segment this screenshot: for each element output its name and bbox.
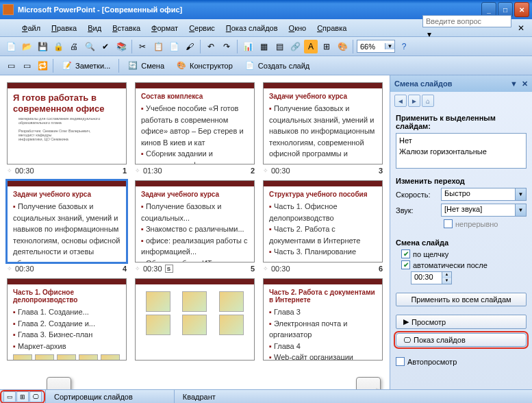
slide-cell[interactable]: Задачи учебного курсаПолучение базовых и…	[7, 180, 127, 273]
slide-sorter-view[interactable]: Я готов работать в современном офисемате…	[0, 75, 390, 389]
copy-icon[interactable]: 📋	[151, 40, 165, 53]
spin-down-icon[interactable]: ▼	[442, 278, 451, 284]
slide-time: 00:30	[271, 265, 290, 273]
undo-icon[interactable]: ↶	[204, 40, 218, 53]
slide-thumbnail[interactable]: Задачи учебного курсаПолучение базовых и…	[263, 82, 383, 164]
auto-time-spinner[interactable]: 00:30▲▼	[411, 271, 452, 284]
advance-label: Смена слайда	[396, 239, 527, 247]
help-icon[interactable]: ?	[397, 40, 411, 53]
spin-up-icon[interactable]: ▲	[442, 272, 451, 278]
paste-icon[interactable]: 📄	[167, 40, 181, 53]
nav-home-icon[interactable]: ⌂	[422, 95, 434, 107]
doc-close-icon[interactable]: ✕	[514, 21, 528, 35]
slide-thumbnail[interactable]: Задачи учебного курсаПолучение базовых и…	[7, 180, 127, 262]
chevron-down-icon[interactable]: ▼	[385, 43, 394, 49]
research-icon[interactable]: 📚	[114, 40, 128, 53]
slide-cell[interactable]: Я готов работать в современном офисемате…	[7, 82, 127, 175]
taskpane-close-icon[interactable]: ✕	[522, 80, 528, 88]
print-icon[interactable]: 🖨	[67, 40, 81, 53]
slide-cell[interactable]: Часть 2. Работа с документами в Интернет…	[263, 278, 383, 361]
color-icon[interactable]: 🎨	[335, 40, 349, 53]
redo-icon[interactable]: ↷	[220, 40, 233, 53]
new-slide-label: Создать слайд	[258, 62, 309, 70]
new-icon[interactable]: 📄	[4, 40, 18, 53]
t2-icon2[interactable]: ▭	[20, 59, 34, 73]
callout-2: 2	[356, 377, 381, 389]
t2-icon1[interactable]: ▭	[4, 59, 18, 73]
hyperlink-icon[interactable]: 🔗	[288, 40, 302, 53]
menu-сервис[interactable]: Сервис	[183, 22, 220, 34]
new-slide-button[interactable]: 📄Создать слайд	[240, 58, 314, 73]
apply-all-button[interactable]: Применить ко всем слайдам	[396, 293, 527, 306]
onclick-checkbox[interactable]: ✔	[401, 249, 410, 258]
slide-thumbnail[interactable]: Состав комплексаУчебное пособие «Я готов…	[135, 82, 255, 164]
slide-cell[interactable]: Часть 1. Офисное делопроизводствоГлава 1…	[7, 278, 127, 361]
open-icon[interactable]: 📂	[20, 40, 34, 53]
t2-icon3[interactable]: 🔁	[36, 59, 49, 73]
menu-окно[interactable]: Окно	[283, 22, 312, 34]
slide-thumbnail[interactable]: Задачи учебного курсаПолучение базовых и…	[135, 180, 255, 262]
taskpane-menu-icon[interactable]: ▼	[510, 80, 518, 88]
autopreview-checkbox[interactable]	[396, 357, 405, 366]
transition-button[interactable]: 🔄Смена	[123, 58, 169, 73]
slideshow-view-icon[interactable]: 🖵	[29, 391, 42, 402]
slide-cell[interactable]: Структура учебного пособияЧасть 1. Офисн…	[263, 180, 383, 273]
design-label: Конструктор	[190, 62, 233, 70]
transition-option[interactable]: Нет	[399, 135, 523, 146]
table-icon[interactable]: ▦	[257, 40, 270, 53]
chart-icon[interactable]: 📊	[241, 40, 255, 53]
zoom-input[interactable]	[357, 42, 385, 51]
normal-view-icon[interactable]: ▭	[3, 391, 16, 402]
notes-button[interactable]: 📝Заметки...	[57, 58, 115, 73]
preview-button[interactable]: ▶Просмотр	[396, 315, 527, 329]
ask-input[interactable]	[422, 15, 511, 27]
slide-thumbnail[interactable]: Часть 1. Офисное делопроизводствоГлава 1…	[7, 278, 127, 361]
cut-icon[interactable]: ✂	[136, 40, 149, 53]
menu-формат[interactable]: Формат	[146, 22, 183, 34]
nav-back-icon[interactable]: ◄	[394, 95, 407, 107]
slideshow-button[interactable]: 🖵Показ слайдов	[396, 333, 527, 347]
save-icon[interactable]: 💾	[36, 40, 49, 53]
nav-fwd-icon[interactable]: ►	[408, 95, 420, 107]
transition-option[interactable]: Жалюзи горизонтальные	[399, 146, 523, 157]
slide-cell[interactable]: Задачи учебного курсаПолучение базовых и…	[135, 180, 255, 273]
ask-dropdown-icon[interactable]: ▾	[422, 27, 436, 41]
slide-thumbnail[interactable]	[135, 278, 255, 361]
slide-number: 1	[123, 167, 127, 175]
new-slide-icon: 📄	[244, 60, 255, 71]
format-painter-icon[interactable]: 🖌	[183, 40, 197, 53]
menu-файл[interactable]: Файл	[16, 22, 46, 34]
highlight-icon[interactable]: A	[304, 40, 318, 53]
zoom-control[interactable]: ▼	[357, 40, 395, 53]
menu-вставка[interactable]: Вставка	[107, 22, 146, 34]
chevron-down-icon[interactable]: ▼	[515, 204, 526, 216]
menu-вид[interactable]: Вид	[82, 22, 107, 34]
grid-icon[interactable]: ⊞	[320, 40, 333, 53]
transition-label: Смена	[141, 62, 164, 70]
slide-thumbnail[interactable]: Структура учебного пособияЧасть 1. Офисн…	[263, 180, 383, 262]
slide-cell[interactable]	[135, 278, 255, 361]
menu-справка[interactable]: Справка	[312, 22, 352, 34]
auto-label: автоматически после	[413, 261, 487, 269]
permission-icon[interactable]: 🔒	[51, 40, 65, 53]
transition-indicator-icon: ✧	[263, 265, 268, 272]
spell-icon[interactable]: ✔	[99, 40, 112, 53]
speed-select[interactable]: Быстро▼	[441, 188, 527, 201]
menu-показ слайдов[interactable]: Показ слайдов	[220, 22, 283, 34]
loop-checkbox[interactable]	[444, 219, 453, 228]
close-button[interactable]: ✕	[514, 2, 529, 17]
slide-cell[interactable]: Задачи учебного курсаПолучение базовых и…	[263, 82, 383, 175]
chevron-down-icon[interactable]: ▼	[515, 188, 526, 200]
auto-checkbox[interactable]: ✔	[401, 260, 410, 269]
slide-cell[interactable]: Состав комплексаУчебное пособие «Я готов…	[135, 82, 255, 175]
tables-borders-icon[interactable]: ▤	[273, 40, 286, 53]
slide-thumbnail[interactable]: Часть 2. Работа с документами в Интернет…	[263, 278, 383, 361]
slideshow-label: Показ слайдов	[414, 336, 466, 344]
sorter-view-icon[interactable]: ⊞	[16, 391, 29, 402]
sound-select[interactable]: [Нет звука]▼	[441, 204, 527, 217]
transition-list[interactable]: Нет Жалюзи горизонтальные	[396, 133, 527, 169]
menu-правка[interactable]: Правка	[46, 22, 82, 34]
preview-icon[interactable]: 🔍	[83, 40, 97, 53]
slide-thumbnail[interactable]: Я готов работать в современном офисемате…	[7, 82, 127, 164]
design-button[interactable]: 🎨Конструктор	[171, 58, 238, 73]
